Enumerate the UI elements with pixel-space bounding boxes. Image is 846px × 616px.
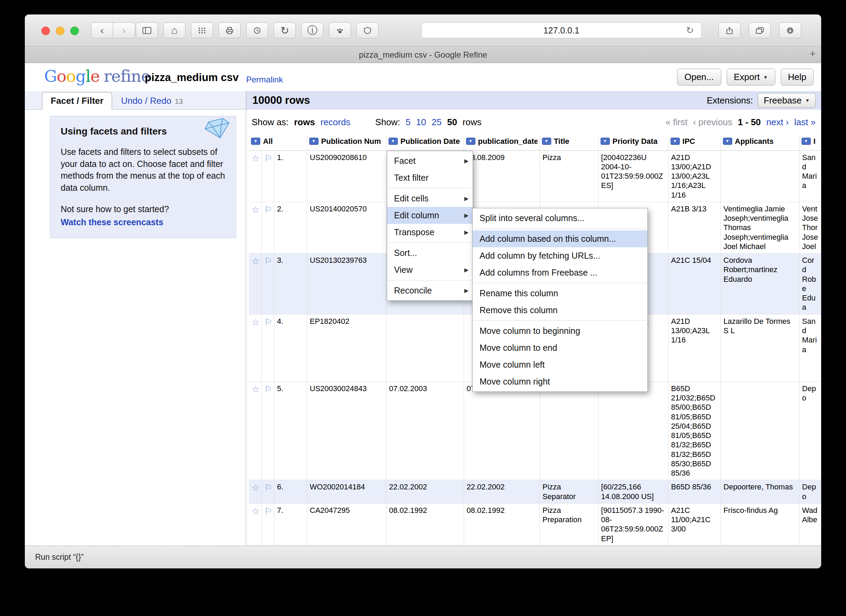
cell[interactable]: US20030024843 [307, 381, 386, 480]
cell[interactable]: US20130239763 [307, 253, 386, 315]
forward-button[interactable]: › [113, 22, 135, 38]
column-dropdown-icon[interactable]: ▼ [542, 138, 551, 145]
screencasts-link[interactable]: Watch these screencasts [61, 217, 163, 227]
cell[interactable]: [90115057.3 1990-08-06T23:59:59.000Z EP] [598, 503, 668, 545]
freebase-extension-button[interactable]: Freebase▼ [758, 93, 816, 108]
reader-info-button[interactable]: ⓘ [301, 22, 323, 38]
column-header-i[interactable]: ▼I [799, 135, 821, 150]
tab-facet-filter[interactable]: Facet / Filter [42, 92, 112, 110]
menu-item-view[interactable]: View▶ [387, 262, 473, 278]
menu-item-add-column-based-on-this-column[interactable]: Add column based on this column... [473, 231, 648, 247]
menu-item-move-column-right[interactable]: Move column right [473, 373, 648, 390]
column-dropdown-icon[interactable]: ▼ [466, 138, 475, 145]
browser-tab-title[interactable]: pizza_medium csv - Google Refine [359, 50, 487, 60]
star-icon[interactable]: ☆ [249, 480, 261, 504]
star-icon[interactable]: ☆ [249, 381, 261, 480]
address-bar[interactable]: 127.0.0.1 [421, 22, 702, 38]
column-dropdown-icon[interactable]: ▼ [671, 138, 680, 145]
cell[interactable] [539, 381, 598, 480]
permalink-link[interactable]: Permalink [246, 75, 283, 84]
cell[interactable]: 22.02.2002 [464, 480, 539, 504]
cell[interactable]: EP1820402 [307, 314, 386, 381]
page-reload-icon[interactable]: ↻ [686, 25, 694, 36]
menu-item-add-columns-from-freebase[interactable]: Add columns from Freebase ... [473, 264, 648, 281]
flag-icon[interactable]: ⚐ [261, 150, 274, 202]
share-button[interactable] [718, 22, 740, 38]
print-button[interactable] [219, 22, 241, 38]
cell[interactable]: Ventimeglia Jamie Joseph;ventimeglia Tho… [721, 202, 799, 253]
star-icon[interactable]: ☆ [249, 253, 261, 315]
cell[interactable]: Frisco-findus Ag [721, 503, 799, 545]
cell[interactable] [386, 314, 464, 381]
cell[interactable]: Pizza Preparation [539, 503, 598, 545]
cell[interactable]: Depoortere, Thomas [721, 480, 799, 504]
star-icon[interactable]: ☆ [249, 150, 261, 202]
menu-item-edit-column[interactable]: Edit column▶ [387, 207, 473, 224]
cell[interactable] [721, 381, 799, 480]
menu-item-text-filter[interactable]: Text filter [387, 169, 473, 186]
menu-item-reconcile[interactable]: Reconcile▶ [387, 282, 473, 299]
cell[interactable]: Depo [799, 381, 821, 480]
column-dropdown-icon[interactable]: ▼ [251, 138, 260, 145]
flag-icon[interactable]: ⚐ [261, 480, 274, 504]
downloads-button[interactable] [779, 22, 801, 38]
column-dropdown-icon[interactable]: ▼ [802, 138, 811, 145]
cell[interactable]: US20140020570 [307, 202, 386, 253]
column-header-publication-date[interactable]: ▼Publication Date [386, 135, 464, 150]
flag-icon[interactable]: ⚐ [261, 503, 274, 545]
menu-item-move-column-to-beginning[interactable]: Move column to beginning [473, 322, 648, 340]
cell[interactable]: 22.02.2002 [386, 480, 464, 504]
export-button[interactable]: Export▼ [727, 69, 776, 85]
cell[interactable]: Pizza Separator [539, 480, 598, 504]
column-header-publication-num[interactable]: ▼Publication Num [307, 135, 386, 150]
minimize-window-button[interactable] [56, 26, 65, 35]
new-tab-button[interactable]: + [809, 48, 816, 60]
page-size-5[interactable]: 5 [406, 117, 411, 128]
back-button[interactable]: ‹ [91, 22, 113, 38]
zoom-window-button[interactable] [70, 26, 79, 35]
cell[interactable]: Vent Jose Thor Jose Joel [799, 202, 821, 253]
cell[interactable]: [200402236U 2004-10-01T23:59:59.000Z ES] [598, 150, 668, 202]
menu-item-remove-this-column[interactable]: Remove this column [473, 302, 648, 319]
refresh-button[interactable]: ↻ [274, 22, 296, 38]
cell[interactable]: A21B 3/13 [668, 202, 721, 253]
menu-item-facet[interactable]: Facet▶ [387, 153, 473, 169]
show-as-option-rows[interactable]: rows [294, 117, 315, 128]
cell[interactable]: A21C 11/00;A21C 3/00 [668, 503, 721, 545]
cell[interactable]: US20090208610 [307, 150, 386, 202]
cell[interactable]: CA2047295 [307, 503, 386, 545]
open-button[interactable]: Open... [677, 69, 721, 85]
menu-item-rename-this-column[interactable]: Rename this column [473, 285, 648, 302]
flag-icon[interactable]: ⚐ [261, 253, 274, 315]
cell[interactable]: Cord Robe Edua [799, 253, 821, 315]
cell[interactable]: 07.02.2003 [386, 381, 464, 480]
page-size-50[interactable]: 50 [447, 117, 457, 128]
star-icon[interactable]: ☆ [249, 202, 261, 253]
tab-undo-redo[interactable]: Undo / Redo 13 [112, 93, 186, 109]
column-header-applicants[interactable]: ▼Applicants [721, 135, 799, 150]
column-header-title[interactable]: ▼Title [539, 135, 598, 150]
cell[interactable]: Cordova Robert;martinez Eduardo [721, 253, 799, 315]
cell[interactable]: B65D 85/36 [668, 480, 721, 504]
star-icon[interactable]: ☆ [249, 314, 261, 381]
security-shield-button[interactable] [357, 22, 379, 38]
top-sites-button[interactable] [191, 22, 213, 38]
cell[interactable]: [60/225,166 14.08.2000 US] [598, 480, 668, 504]
page-size-10[interactable]: 10 [416, 117, 426, 128]
cell[interactable]: Lazarillo De Tormes S L [721, 314, 799, 381]
column-dropdown-icon[interactable]: ▼ [601, 138, 610, 145]
column-header-ipc[interactable]: ▼IPC [668, 135, 721, 150]
menu-item-move-column-left[interactable]: Move column left [473, 356, 648, 373]
cell[interactable]: 02- 000Z [598, 381, 668, 480]
history-button[interactable] [246, 22, 268, 38]
cell[interactable]: WO2002014184 [307, 480, 386, 504]
cell[interactable]: B65D 21/032;B65D 85/00;B65D 81/05;B65D 2… [668, 381, 721, 480]
close-window-button[interactable] [41, 26, 50, 35]
menu-item-transpose[interactable]: Transpose▶ [387, 224, 473, 241]
extension-paw-button[interactable] [329, 22, 351, 38]
cell[interactable]: 13.08.2009 [464, 150, 539, 202]
star-icon[interactable]: ☆ [249, 503, 261, 545]
column-dropdown-icon[interactable]: ▼ [723, 138, 732, 145]
menu-item-edit-cells[interactable]: Edit cells▶ [387, 190, 473, 207]
cell[interactable]: Sand Maria [799, 314, 821, 381]
